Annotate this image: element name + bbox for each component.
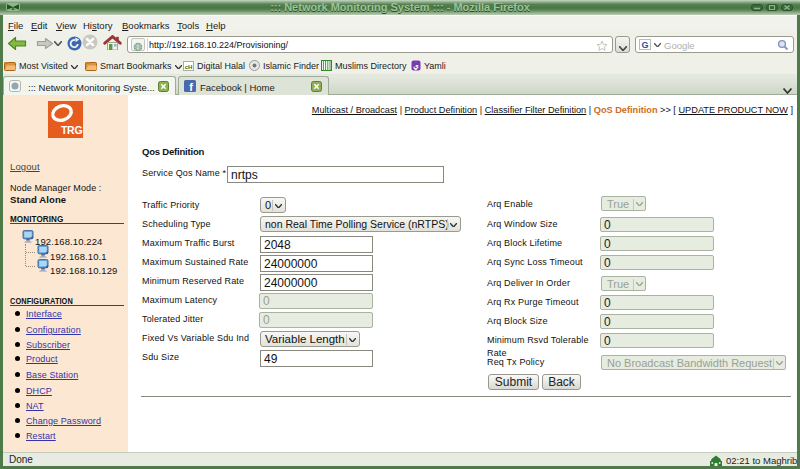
svg-text:f: f [189,81,193,93]
svg-text:ي: ي [413,62,419,70]
svg-text:TRG: TRG [61,124,82,136]
svg-text:cH: cH [185,64,193,70]
